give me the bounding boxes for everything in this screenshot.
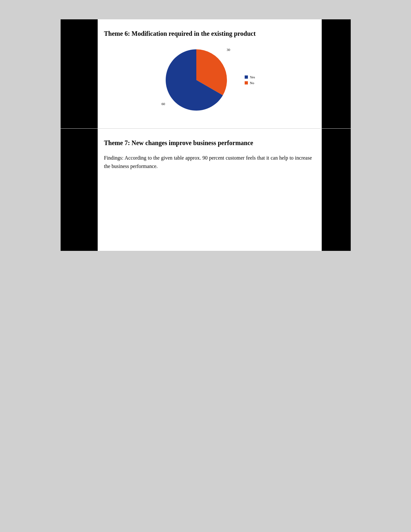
legend-no-color xyxy=(245,81,248,84)
no-label-annotation: 60 xyxy=(161,102,165,106)
section-7-content: Theme 7: New changes improve business pe… xyxy=(98,129,322,251)
section-6-content: Theme 6: Modification required in the ex… xyxy=(98,19,322,128)
yes-label-annotation: 30 xyxy=(227,48,230,52)
black-bar-left-6 xyxy=(61,19,98,128)
legend: Yes No xyxy=(245,75,255,85)
section-6-title: Theme 6: Modification required in the ex… xyxy=(104,29,312,38)
black-bar-right-7 xyxy=(322,129,351,251)
section-6-block: Theme 6: Modification required in the ex… xyxy=(61,19,351,129)
section-7-body: Findings: According to the given table a… xyxy=(104,154,312,170)
legend-no: No xyxy=(245,81,255,85)
section-7-block: Theme 7: New changes improve business pe… xyxy=(61,129,351,251)
legend-yes-label: Yes xyxy=(250,75,255,79)
legend-yes: Yes xyxy=(245,75,255,79)
legend-no-label: No xyxy=(250,81,254,85)
pie-chart: 30 60 xyxy=(161,44,232,115)
black-bar-left-7 xyxy=(61,129,98,251)
section-7-title: Theme 7: New changes improve business pe… xyxy=(104,138,312,147)
page-container: Theme 6: Modification required in the ex… xyxy=(61,19,351,251)
legend-yes-color xyxy=(245,75,248,79)
black-bar-right-6 xyxy=(322,19,351,128)
pie-chart-svg xyxy=(161,44,232,115)
chart-container: 30 60 Yes No xyxy=(104,44,312,115)
